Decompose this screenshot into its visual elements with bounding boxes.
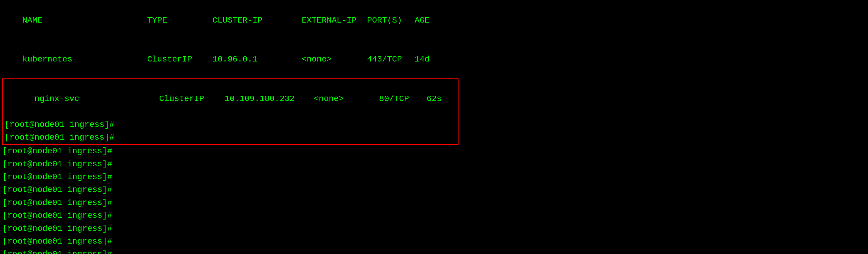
prompt-10: [root@node01 ingress]# — [2, 237, 112, 246]
svc-clusterip-nginx: 10.109.180.232 — [225, 92, 314, 105]
svc-externalip-nginx: <none> — [314, 92, 379, 105]
prompt-line-7: [root@node01 ingress]# — [2, 196, 866, 209]
svc-name-nginx: nginx-svc — [34, 92, 159, 105]
svc-header: NAMETYPECLUSTER-IPEXTERNAL-IPPORT(S)AGE — [2, 1, 866, 40]
prompt-11: [root@node01 ingress]# — [2, 250, 112, 254]
svc-ports-nginx: 80/TCP — [379, 92, 427, 105]
svc-ports-kubernetes: 443/TCP — [367, 53, 414, 66]
prompt-1: [root@node01 ingress]# — [4, 120, 115, 129]
prompt-9: [root@node01 ingress]# — [2, 224, 112, 233]
prompt-2: [root@node01 ingress]# — [4, 133, 115, 142]
svc-highlight-box: nginx-svcClusterIP10.109.180.232<none>80… — [2, 78, 459, 145]
terminal: NAMETYPECLUSTER-IPEXTERNAL-IPPORT(S)AGE … — [2, 1, 866, 254]
prompt-3: [root@node01 ingress]# — [2, 147, 112, 156]
prompt-line-8: [root@node01 ingress]# — [2, 209, 866, 222]
svc-age-nginx: 62s — [427, 92, 457, 105]
prompt-7: [root@node01 ingress]# — [2, 198, 112, 208]
prompt-8: [root@node01 ingress]# — [2, 211, 112, 220]
prompt-4: [root@node01 ingress]# — [2, 160, 112, 169]
prompt-line-4: [root@node01 ingress]# — [2, 158, 866, 170]
header-external-ip: EXTERNAL-IP — [302, 14, 367, 27]
svc-name-kubernetes: kubernetes — [22, 53, 147, 66]
prompt-5: [root@node01 ingress]# — [2, 172, 112, 182]
svc-row-nginx-svc: nginx-svcClusterIP10.109.180.232<none>80… — [4, 79, 457, 118]
svc-clusterip-kubernetes: 10.96.0.1 — [213, 53, 302, 66]
svc-row-kubernetes: kubernetesClusterIP10.96.0.1<none>443/TC… — [2, 40, 866, 78]
prompt-line-6: [root@node01 ingress]# — [2, 183, 866, 196]
header-ports: PORT(S) — [367, 14, 414, 27]
svc-externalip-kubernetes: <none> — [302, 53, 367, 66]
svc-type-nginx: ClusterIP — [159, 92, 225, 105]
prompt-line-9: [root@node01 ingress]# — [2, 222, 866, 235]
prompt-line-3: [root@node01 ingress]# — [2, 145, 866, 157]
svc-type-kubernetes: ClusterIP — [147, 53, 213, 66]
prompt-line-2: [root@node01 ingress]# — [4, 131, 457, 144]
prompt-line-10: [root@node01 ingress]# — [2, 235, 866, 248]
prompt-6: [root@node01 ingress]# — [2, 185, 112, 194]
prompt-line-1: [root@node01 ingress]# — [4, 118, 457, 131]
header-type: TYPE — [147, 14, 213, 27]
header-age: AGE — [414, 14, 444, 27]
header-name: NAME — [22, 14, 147, 27]
header-cluster-ip: CLUSTER-IP — [213, 14, 302, 27]
svc-age-kubernetes: 14d — [414, 53, 444, 66]
prompt-line-11: [root@node01 ingress]# — [2, 248, 866, 254]
prompt-line-5: [root@node01 ingress]# — [2, 170, 866, 183]
